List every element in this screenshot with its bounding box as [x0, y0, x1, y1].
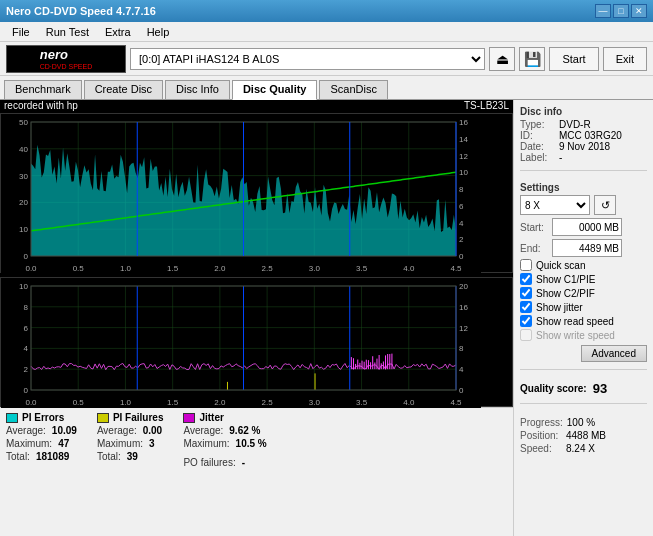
end-mb-label: End:	[520, 243, 548, 254]
jitter-legend: Jitter Average: 9.62 % Maximum: 10.5 % P…	[183, 412, 266, 532]
quality-section: Quality score: 93	[520, 381, 647, 396]
pi-failures-label: PI Failures	[113, 412, 164, 423]
exit-button[interactable]: Exit	[603, 47, 647, 71]
app-logo: nero CD·DVD SPEED	[6, 45, 126, 73]
type-value: DVD-R	[559, 119, 591, 130]
maximize-button[interactable]: □	[613, 4, 629, 18]
show-c1pie-label: Show C1/PIE	[536, 274, 595, 285]
settings-section: Settings 8 X ↺ Start: End: Quick scan	[520, 182, 647, 362]
save-icon[interactable]: 💾	[519, 47, 545, 71]
date-value: 9 Nov 2018	[559, 141, 610, 152]
jitter-label: Jitter	[199, 412, 223, 423]
device-label: TS-LB23L	[464, 100, 509, 111]
tab-disc-info[interactable]: Disc Info	[165, 80, 230, 99]
tab-disc-quality[interactable]: Disc Quality	[232, 80, 318, 100]
quality-value: 93	[593, 381, 607, 396]
title-bar: Nero CD-DVD Speed 4.7.7.16 — □ ✕	[0, 0, 653, 22]
divider-1	[520, 170, 647, 171]
app-title: Nero CD-DVD Speed 4.7.7.16	[6, 5, 156, 17]
pi-errors-legend: PI Errors Average: 10.09 Maximum: 47 Tot…	[6, 412, 77, 532]
drive-select[interactable]: [0:0] ATAPI iHAS124 B AL0S	[130, 48, 485, 70]
show-c2pif-checkbox[interactable]	[520, 287, 532, 299]
quality-label: Quality score:	[520, 383, 587, 394]
progress-value: 100 %	[567, 417, 595, 428]
close-button[interactable]: ✕	[631, 4, 647, 18]
pi-failures-color	[97, 413, 109, 423]
end-mb-input[interactable]	[552, 239, 622, 257]
eject-icon[interactable]: ⏏	[489, 47, 515, 71]
pi-errors-color	[6, 413, 18, 423]
menu-help[interactable]: Help	[139, 25, 178, 39]
refresh-button[interactable]: ↺	[594, 195, 616, 215]
pi-failures-legend: PI Failures Average: 0.00 Maximum: 3 Tot…	[97, 412, 164, 532]
tab-create-disc[interactable]: Create Disc	[84, 80, 163, 99]
window-controls[interactable]: — □ ✕	[595, 4, 647, 18]
advanced-button[interactable]: Advanced	[581, 345, 647, 362]
date-label: Date:	[520, 141, 555, 152]
main-content: recorded with hp TS-LB23L PI Errors Aver…	[0, 100, 653, 536]
tab-bar: Benchmark Create Disc Disc Info Disc Qua…	[0, 76, 653, 100]
id-label: ID:	[520, 130, 555, 141]
toolbar: nero CD·DVD SPEED [0:0] ATAPI iHAS124 B …	[0, 42, 653, 76]
show-c1pie-checkbox[interactable]	[520, 273, 532, 285]
position-label: Position:	[520, 430, 562, 441]
show-read-speed-checkbox[interactable]	[520, 315, 532, 327]
disc-label-label: Label:	[520, 152, 555, 163]
disc-info-title: Disc info	[520, 106, 647, 117]
divider-3	[520, 403, 647, 404]
position-value: 4488 MB	[566, 430, 606, 441]
menu-file[interactable]: File	[4, 25, 38, 39]
pi-errors-label: PI Errors	[22, 412, 64, 423]
speed-value: 8.24 X	[566, 443, 595, 454]
recorded-with-label: recorded with hp	[4, 100, 78, 111]
speed-select[interactable]: 8 X	[520, 195, 590, 215]
type-label: Type:	[520, 119, 555, 130]
divider-2	[520, 369, 647, 370]
jitter-color	[183, 413, 195, 423]
menu-extra[interactable]: Extra	[97, 25, 139, 39]
speed-label: Speed:	[520, 443, 562, 454]
start-mb-label: Start:	[520, 222, 548, 233]
menu-bar: File Run Test Extra Help	[0, 22, 653, 42]
settings-title: Settings	[520, 182, 647, 193]
show-jitter-checkbox[interactable]	[520, 301, 532, 313]
start-mb-input[interactable]	[552, 218, 622, 236]
minimize-button[interactable]: —	[595, 4, 611, 18]
progress-section: Progress: 100 % Position: 4488 MB Speed:…	[520, 415, 647, 454]
top-chart	[0, 113, 513, 273]
show-c2pif-label: Show C2/PIF	[536, 288, 595, 299]
tab-benchmark[interactable]: Benchmark	[4, 80, 82, 99]
disc-info-section: Disc info Type: DVD-R ID: MCC 03RG20 Dat…	[520, 106, 647, 163]
side-panel: Disc info Type: DVD-R ID: MCC 03RG20 Dat…	[513, 100, 653, 536]
chart-header: recorded with hp TS-LB23L	[0, 100, 513, 111]
disc-label-value: -	[559, 152, 562, 163]
show-write-speed-label: Show write speed	[536, 330, 615, 341]
show-jitter-label: Show jitter	[536, 302, 583, 313]
menu-run-test[interactable]: Run Test	[38, 25, 97, 39]
show-write-speed-checkbox[interactable]	[520, 329, 532, 341]
bottom-chart	[0, 277, 513, 407]
legend-area: PI Errors Average: 10.09 Maximum: 47 Tot…	[0, 407, 513, 536]
id-value: MCC 03RG20	[559, 130, 622, 141]
progress-label: Progress:	[520, 417, 563, 428]
quick-scan-checkbox[interactable]	[520, 259, 532, 271]
tab-scan-disc[interactable]: ScanDisc	[319, 80, 387, 99]
start-button[interactable]: Start	[549, 47, 598, 71]
show-read-speed-label: Show read speed	[536, 316, 614, 327]
quick-scan-label: Quick scan	[536, 260, 585, 271]
